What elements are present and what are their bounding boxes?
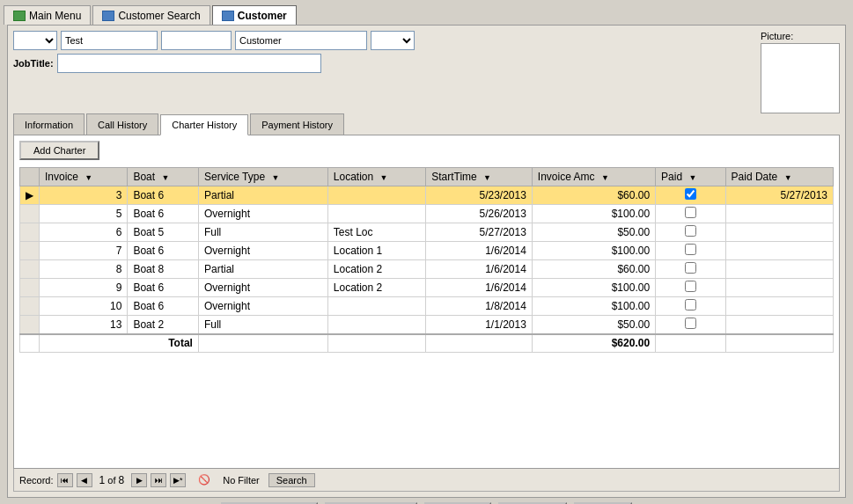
tab-payment-history[interactable]: Payment History xyxy=(250,113,344,135)
cell-3: Location 1 xyxy=(327,242,425,260)
paid-checkbox[interactable] xyxy=(685,188,696,200)
jobtitle-field[interactable] xyxy=(57,54,321,73)
cell-2: Full xyxy=(198,223,327,242)
cell-7 xyxy=(725,260,833,279)
col-location[interactable]: Location ▼ xyxy=(327,168,425,186)
paid-checkbox[interactable] xyxy=(685,299,696,310)
cell-3 xyxy=(327,205,425,223)
cell-5: $100.00 xyxy=(532,297,655,316)
cell-5: $100.00 xyxy=(532,205,655,223)
nav-first-button[interactable]: ⏮ xyxy=(57,473,73,487)
col-invoice-amt[interactable]: Invoice Amc ▼ xyxy=(532,168,655,186)
table-row[interactable]: 10Boat 6Overnight1/8/2014$100.00 xyxy=(20,297,834,316)
row-indicator xyxy=(20,316,40,335)
cell-4: 1/6/2014 xyxy=(426,279,533,297)
charter-table: Invoice ▼ Boat ▼ Service Type ▼ Location… xyxy=(19,167,834,353)
tab-customer[interactable]: Customer xyxy=(212,5,297,25)
nav-next-button[interactable]: ▶ xyxy=(131,473,147,487)
suffix-select[interactable] xyxy=(371,31,415,50)
cell-7 xyxy=(725,316,833,335)
row-indicator xyxy=(20,242,40,260)
table-row[interactable]: ▶3Boat 6Partial5/23/2013$60.005/27/2013 xyxy=(20,186,834,205)
tab-charter-history[interactable]: Charter History xyxy=(160,114,248,135)
cell-2: Partial xyxy=(198,186,327,205)
tab-main-menu-label: Main Menu xyxy=(29,10,81,22)
cell-3 xyxy=(327,186,425,205)
cell-2: Overnight xyxy=(198,205,327,223)
cell-7 xyxy=(725,205,833,223)
title-bar: Main Menu Customer Search Customer xyxy=(0,0,853,25)
cell-4: 5/23/2013 xyxy=(426,186,533,205)
table-row[interactable]: 5Boat 6Overnight5/26/2013$100.00 xyxy=(20,205,834,223)
table-row[interactable]: 9Boat 6OvernightLocation 21/6/2014$100.0… xyxy=(20,279,834,297)
cell-6[interactable] xyxy=(656,223,726,242)
col-boat[interactable]: Boat ▼ xyxy=(128,168,199,186)
cell-6[interactable] xyxy=(656,242,726,260)
cell-1: Boat 2 xyxy=(128,316,199,335)
col-paid-date[interactable]: Paid Date ▼ xyxy=(725,168,833,186)
cell-6[interactable] xyxy=(656,205,726,223)
table-row[interactable]: 6Boat 5FullTest Loc5/27/2013$50.00 xyxy=(20,223,834,242)
boat-sort-icon: ▼ xyxy=(161,173,169,182)
cell-3: Location 2 xyxy=(327,260,425,279)
cell-1: Boat 6 xyxy=(128,242,199,260)
prefix-select[interactable] xyxy=(13,31,57,50)
invoice-amt-sort-icon: ▼ xyxy=(601,173,609,182)
cell-5: $60.00 xyxy=(532,260,655,279)
cell-6[interactable] xyxy=(656,279,726,297)
tab-strip: Information Call History Charter History… xyxy=(13,113,840,135)
paid-checkbox[interactable] xyxy=(685,281,696,292)
search-button[interactable]: Search xyxy=(268,473,315,487)
total-indicator xyxy=(20,334,40,352)
row-indicator xyxy=(20,205,40,223)
tab-customer-label: Customer xyxy=(238,10,287,22)
nav-new-button[interactable]: ▶* xyxy=(170,473,186,487)
total-amount: $620.00 xyxy=(532,334,655,352)
paid-checkbox[interactable] xyxy=(685,262,696,274)
first-name-field[interactable] xyxy=(61,31,158,50)
main-menu-icon xyxy=(13,11,26,21)
col-invoice[interactable]: Invoice ▼ xyxy=(40,168,128,186)
nav-prev-button[interactable]: ◀ xyxy=(77,473,92,487)
cell-0: 5 xyxy=(40,205,128,223)
col-service-type[interactable]: Service Type ▼ xyxy=(198,168,327,186)
cell-0: 7 xyxy=(40,242,128,260)
cell-6[interactable] xyxy=(656,186,726,205)
last-name-field[interactable] xyxy=(235,31,367,50)
col-paid[interactable]: Paid ▼ xyxy=(656,168,726,186)
paid-checkbox[interactable] xyxy=(685,207,696,218)
cell-1: Boat 6 xyxy=(128,279,199,297)
table-row[interactable]: 7Boat 6OvernightLocation 11/6/2014$100.0… xyxy=(20,242,834,260)
invoice-sort-icon: ▼ xyxy=(85,173,92,182)
add-charter-button[interactable]: Add Charter xyxy=(19,141,99,160)
tab-information[interactable]: Information xyxy=(13,113,85,135)
main-form: JobTitle: Picture: Information Call Hist… xyxy=(7,25,846,498)
tab-main-menu[interactable]: Main Menu xyxy=(4,5,91,25)
cell-4: 1/1/2013 xyxy=(426,316,533,335)
middle-name-field[interactable] xyxy=(161,31,232,50)
cell-6[interactable] xyxy=(656,260,726,279)
location-sort-icon: ▼ xyxy=(380,173,388,182)
cell-0: 6 xyxy=(40,223,128,242)
customer-search-icon xyxy=(102,11,114,21)
cell-5: $50.00 xyxy=(532,223,655,242)
table-row[interactable]: 13Boat 2Full1/1/2013$50.00 xyxy=(20,316,834,335)
cell-6[interactable] xyxy=(656,316,726,335)
cell-4: 1/6/2014 xyxy=(426,242,533,260)
form-wrapper: JobTitle: Picture: Information Call Hist… xyxy=(4,25,849,498)
name-fields-row xyxy=(13,31,761,50)
navigator-bar: Record: ⏮ ◀ 1 of 8 ▶ ⏭ ▶* 🚫 No Filter Se… xyxy=(13,469,840,492)
paid-checkbox[interactable] xyxy=(685,318,696,329)
row-indicator xyxy=(20,260,40,279)
col-starttime[interactable]: StartTime ▼ xyxy=(426,168,533,186)
cell-7: 5/27/2013 xyxy=(725,186,833,205)
total-label: Total xyxy=(40,334,199,352)
table-row[interactable]: 8Boat 8PartialLocation 21/6/2014$60.00 xyxy=(20,260,834,279)
tab-call-history[interactable]: Call History xyxy=(86,113,158,135)
nav-last-button[interactable]: ⏭ xyxy=(151,473,166,487)
paid-checkbox[interactable] xyxy=(685,225,696,237)
paid-checkbox[interactable] xyxy=(685,244,696,255)
cell-6[interactable] xyxy=(656,297,726,316)
tab-customer-search[interactable]: Customer Search xyxy=(92,5,210,25)
cell-0: 13 xyxy=(40,316,128,335)
